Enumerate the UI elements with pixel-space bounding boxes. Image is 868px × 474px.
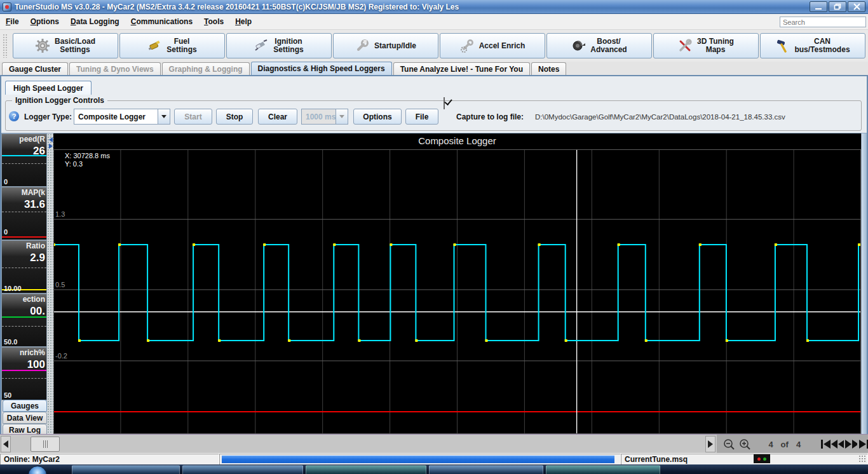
startup-idle-button[interactable]: Startup/Idle [333,33,438,58]
online-status: Online: MyCar2 [4,455,60,464]
toolbar-label: Maps [706,45,726,54]
stop-button[interactable]: Stop [216,109,253,125]
ignition-settings-button[interactable]: IgnitionSettings [226,33,332,58]
waveform-plot[interactable]: 1.30.5-0.2X: 30728.8 msY: 0.3 [53,149,861,434]
menu-data-logging[interactable]: Data Logging [65,15,125,29]
svg-text:1.3: 1.3 [55,210,65,218]
toolbar-label: Settings [166,45,196,54]
menu-tools[interactable]: Tools [198,15,229,29]
tab-tuning-dyno-views[interactable]: Tuning & Dyno Views [69,62,161,75]
first-page-icon[interactable] [820,438,831,450]
menu-help[interactable]: Help [229,15,257,29]
zoom-in-icon[interactable] [738,437,751,451]
menu-communications[interactable]: Communications [125,15,198,29]
crossed-tools-icon [678,39,692,53]
gauge-engine-speed[interactable]: peed(R 26 0 [1,133,47,187]
progress-bar [222,456,614,463]
interval-value: 1000 ms [302,109,336,124]
gauge-trace [2,155,46,156]
capture-checkbox[interactable] [444,97,445,109]
scroll-thumb[interactable] [31,437,60,452]
last-page-icon[interactable] [857,438,868,450]
progress-cell [219,454,621,465]
close-button[interactable] [848,1,865,12]
chart-vertical-scrollbar[interactable] [861,133,867,436]
tune-file-cell: CurrentTune.msq [621,454,868,465]
search-input[interactable] [780,17,866,27]
gauge-trace [2,316,46,318]
chevron-down-icon[interactable] [158,109,170,124]
logger-type-combobox[interactable]: Composite Logger [74,109,170,125]
restore-button[interactable] [829,1,846,12]
menu-file[interactable]: File [0,15,25,29]
scroll-right-button[interactable] [705,436,715,452]
interval-combobox[interactable]: 1000 ms [301,109,348,125]
tab-graphing-logging[interactable]: Graphing & Logging [162,62,250,75]
taskbar-item[interactable] [546,465,660,474]
toolbar-label: Boost/ [597,37,620,46]
svg-text:Y: 0.3: Y: 0.3 [65,160,83,168]
zoom-out-icon[interactable] [722,437,735,451]
start-button[interactable]: Start [174,109,212,125]
fast-forward-icon[interactable] [844,438,857,450]
tab-notes[interactable]: Notes [531,62,566,75]
menu-options[interactable]: Options [25,15,65,29]
gauge-map[interactable]: MAP(k 31.6 0 [1,187,47,240]
file-button[interactable]: File [405,109,438,125]
groupbox-title: Ignition Logger Controls [12,96,107,105]
toolbar-label: Ignition [275,37,302,46]
gauge-injection[interactable]: ection 00. 50.0 [1,294,47,347]
menu-bar: File Options Data Logging Communications… [0,14,868,30]
taskbar-item[interactable] [429,465,543,474]
toolbar-label: 3D Tuning [697,37,734,46]
svg-text:X: 30728.8 ms: X: 30728.8 ms [65,152,110,159]
data-view-button[interactable]: Data View [3,412,47,424]
spark-plug-icon [254,39,268,53]
sidebar-splitter[interactable] [47,133,53,436]
rx-indicator-icon [757,457,761,461]
3d-tuning-maps-button[interactable]: 3D TuningMaps [653,33,759,58]
gauge-min-label: 0 [4,178,8,186]
clear-button[interactable]: Clear [258,109,297,125]
splitter-collapse-arrows-icon[interactable] [48,137,53,149]
boost-advanced-button[interactable]: Boost/Advanced [546,33,652,58]
rewind-icon[interactable] [831,438,844,450]
chart-title: Composite Logger [53,135,861,146]
gauge-title: nrich% [20,348,45,357]
toolbar-label: Basic/Load [55,37,95,46]
gauge-title: peed(R [19,135,45,144]
taskbar-item[interactable] [72,465,180,474]
help-icon[interactable]: ? [9,111,19,121]
can-bus-testmodes-button[interactable]: CANbus/Testmodes [760,33,865,58]
taskbar-item[interactable] [182,465,303,474]
tab-gauge-cluster[interactable]: Gauge Cluster [2,62,68,75]
taskbar-item[interactable] [306,465,426,474]
main-toolbar: Basic/LoadSettings FuelSettings Ignition… [0,30,868,62]
toolbar-label: Accel Enrich [479,41,526,50]
tab-tune-analyze-live[interactable]: Tune Analyze Live! - Tune For You [393,62,530,75]
composite-logger-chart[interactable]: Composite Logger 1.30.5-0.2X: 30728.8 ms… [53,133,861,436]
title-bar: TunerStudio MS v3.0.28 - MyCar2 (MS2/Ext… [0,0,868,14]
gauge-accel-enrich[interactable]: nrich% 100 50 [1,347,47,400]
gauge-value: 31.6 [24,198,45,211]
start-button[interactable] [28,466,47,474]
tab-high-speed-logger[interactable]: High Speed Logger [5,81,92,95]
basic-load-settings-button[interactable]: Basic/LoadSettings [13,33,118,58]
accel-enrich-button[interactable]: Accel Enrich [440,33,545,58]
tab-diagnostics-high-speed-loggers[interactable]: Diagnostics & High Speed Loggers [251,62,392,75]
logger-main-area: peed(R 26 0 MAP(k 31.6 0 Ratio 2.9 10.00 [1,133,867,435]
minimize-button[interactable] [810,1,827,12]
options-button[interactable]: Options [353,109,402,125]
chevron-down-icon[interactable] [336,109,348,124]
toolbar-label: CAN [814,37,831,46]
capture-path: D:\0Mydoc\Garage\Golf\MyCar2\MyCar2\Data… [535,109,785,125]
turbocharger-icon [571,39,585,53]
gauge-afr[interactable]: Ratio 2.9 10.00 [1,240,47,294]
logger-type-label: Logger Type: [24,109,72,125]
gauge-min-label: 50 [4,391,11,399]
content-panel: High Speed Logger Ignition Logger Contro… [0,75,868,434]
gauge-trace [2,370,46,371]
fuel-settings-button[interactable]: FuelSettings [119,33,225,58]
scroll-left-button[interactable] [1,436,11,452]
gauges-view-button[interactable]: Gauges [3,400,47,412]
